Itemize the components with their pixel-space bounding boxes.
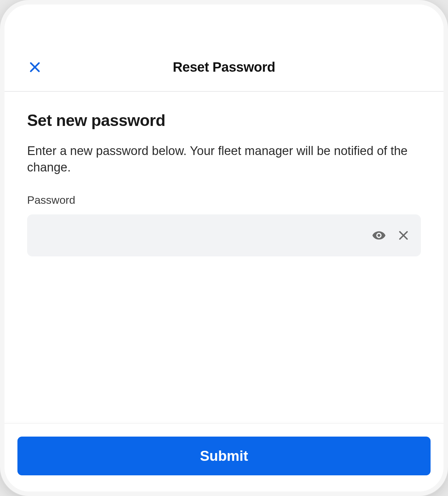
password-input-wrapper (27, 214, 421, 256)
device-frame: Reset Password Set new password Enter a … (0, 0, 448, 496)
nav-bar: Reset Password (5, 43, 443, 92)
footer: Submit (5, 423, 443, 491)
status-bar-space (5, 5, 443, 43)
eye-icon (372, 228, 386, 243)
clear-icon (398, 230, 409, 241)
password-input[interactable] (37, 214, 371, 256)
screen: Reset Password Set new password Enter a … (5, 5, 443, 491)
content-area: Set new password Enter a new password be… (5, 92, 443, 423)
page-heading: Set new password (27, 111, 421, 130)
submit-button[interactable]: Submit (17, 437, 431, 475)
description-text: Enter a new password below. Your fleet m… (27, 143, 421, 176)
nav-title: Reset Password (24, 59, 424, 75)
close-icon (29, 61, 41, 73)
toggle-visibility-button[interactable] (371, 228, 387, 243)
close-button[interactable] (27, 59, 43, 75)
svg-point-2 (378, 234, 381, 237)
password-label: Password (27, 194, 421, 206)
input-actions (371, 228, 411, 243)
clear-input-button[interactable] (396, 228, 411, 243)
